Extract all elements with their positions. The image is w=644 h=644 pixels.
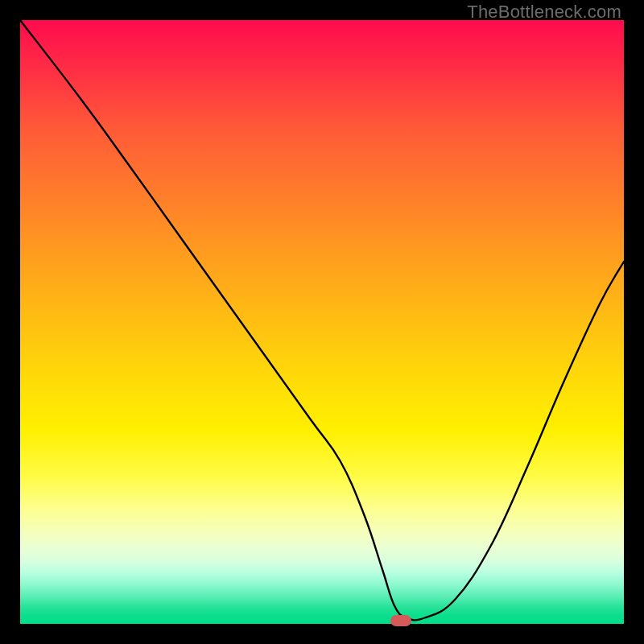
curve-svg [20,20,624,624]
optimal-marker [390,615,411,626]
chart-container: TheBottleneck.com [0,0,644,644]
bottleneck-curve [20,20,624,620]
plot-area [20,20,624,624]
